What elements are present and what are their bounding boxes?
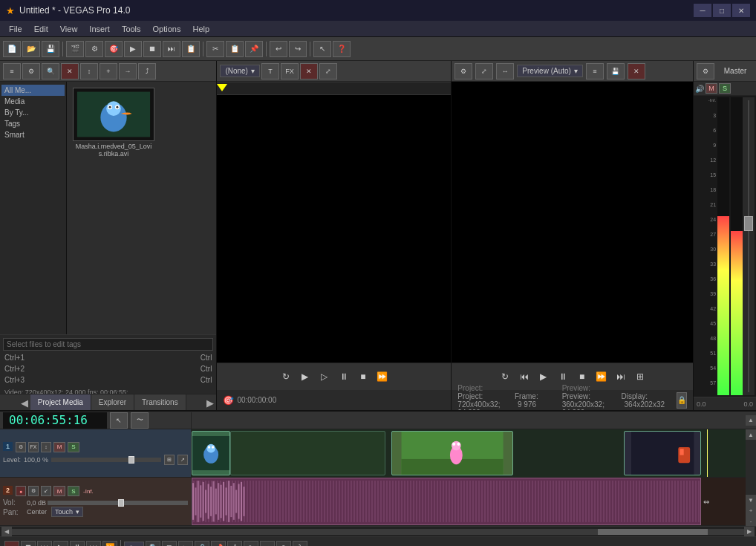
left-tabs-prev[interactable]: ◀ [19,394,30,411]
output-sync-btn[interactable]: ↔ [496,63,514,79]
vt-comp-btn[interactable]: ⊞ [164,455,175,465]
tree-item-tags[interactable]: Tags [1,118,65,129]
timeline-scroll-up-2[interactable]: ▲ [746,429,756,440]
left-tabs-next[interactable]: ▶ [204,394,216,411]
tags-input[interactable] [3,338,213,351]
timeline-scroll-plus[interactable]: + [746,505,756,516]
tab-explorer[interactable]: Explorer [91,394,134,410]
tf-btn-7[interactable]: 〜 [244,541,258,547]
tb-btn-3[interactable]: 🎯 [105,41,123,57]
tf-btn-6[interactable]: ⤴ [227,541,242,547]
lp-btn-5[interactable]: + [100,63,117,79]
menu-file[interactable]: File [3,23,28,35]
none-dropdown[interactable]: (None) ▾ [220,65,260,77]
tree-item-all-media[interactable]: All Me... [1,85,65,96]
vt-motion-btn[interactable]: ↕ [41,442,51,452]
out-stop-btn[interactable]: ■ [575,369,590,384]
video-clip-gap[interactable] [230,431,385,475]
lp-btn-1[interactable]: ≡ [3,63,21,79]
cut-button[interactable]: ✂ [206,41,224,57]
out-end-btn[interactable]: ⏭ [613,369,628,384]
close-button[interactable]: ✕ [732,4,750,17]
open-button[interactable]: 📂 [22,41,40,57]
tf-btn-10[interactable]: ⤵ [293,541,307,547]
tf-next-btn[interactable]: ⏭ [86,541,101,547]
tf-prev-btn[interactable]: ⏮ [37,541,52,547]
minimize-button[interactable]: ─ [694,4,711,17]
tb-btn-7[interactable]: 📋 [182,41,200,57]
lp-btn-6[interactable]: → [119,63,137,79]
audio-touch-dropdown[interactable]: Touch ▾ [51,507,83,517]
source-ff-btn[interactable]: ⏩ [375,369,390,384]
master-fader[interactable] [743,97,755,395]
vt-fx2-btn[interactable]: ↗ [177,455,188,465]
menu-view[interactable]: View [54,23,84,35]
vt-mute-btn[interactable]: M [53,442,65,452]
tree-item-by-type[interactable]: By Ty... [1,107,65,118]
cursor-button[interactable]: ↖ [313,41,331,57]
at-organize-btn[interactable]: ⚙ [28,486,39,496]
tf-btn-5[interactable]: 📌 [211,541,226,547]
out-play-btn[interactable]: ▶ [536,369,551,384]
tb-btn-6[interactable]: ⏭ [163,41,180,57]
source-stop-btn[interactable]: ■ [356,369,371,384]
lp-btn-2[interactable]: ⚙ [22,63,40,79]
timeline-scroll-down[interactable]: ▼ [746,495,756,505]
save-button[interactable]: 💾 [42,41,59,57]
tab-transitions[interactable]: Transitions [134,394,186,410]
source-text-btn[interactable]: T [261,63,279,79]
menu-insert[interactable]: Insert [83,23,116,35]
menu-help[interactable]: Help [186,23,215,35]
at-solo-btn[interactable]: S [68,486,79,496]
tf-snap-dropdown[interactable]: ↖▾ [124,542,144,547]
tl-scroll-thumb[interactable] [598,529,708,535]
tl-scroll-left[interactable]: ◀ [1,527,12,537]
source-pause-btn[interactable]: ⏸ [336,369,351,384]
audio-vol-thumb[interactable] [118,499,124,507]
tf-play-btn[interactable]: ▶ [53,541,68,547]
vt-fx-btn[interactable]: FX [28,442,39,452]
maximize-button[interactable]: □ [713,4,731,17]
lock-btn[interactable]: 🔒 [677,392,687,409]
preview-dropdown[interactable]: Preview (Auto) ▾ [517,65,583,77]
help-pointer-button[interactable]: ❓ [333,41,351,57]
lp-btn-4[interactable]: ↕ [80,63,98,79]
source-play-btn[interactable]: ▶ [298,369,313,384]
timeline-scroll-up[interactable]: ▲ [746,415,756,426]
source-loop-btn[interactable]: ↻ [278,369,293,384]
at-record-btn[interactable]: ● [16,486,26,496]
tl-envelope-btn[interactable]: 〜 [131,412,149,429]
output-tb-4[interactable]: 💾 [607,63,625,79]
video-level-fader[interactable] [51,458,161,462]
redo-button[interactable]: ↪ [289,41,307,57]
master-solo-btn[interactable]: S [719,83,731,94]
tf-pause-btn[interactable]: ⏸ [70,541,85,547]
menu-options[interactable]: Options [147,23,187,35]
source-close-btn[interactable]: ✕ [300,63,318,79]
menu-edit[interactable]: Edit [28,23,54,35]
video-clip-1[interactable] [192,431,230,475]
audio-clip-1[interactable] [192,478,701,525]
output-close-btn[interactable]: ✕ [628,63,645,79]
vt-solo-btn[interactable]: S [68,442,79,452]
lp-btn-7[interactable]: ⤴ [138,63,156,79]
media-thumbnail[interactable]: Masha.i.medved_05_Lovis.ribka.avi [73,88,154,159]
source-fx-btn[interactable]: FX [281,63,299,79]
lp-btn-3[interactable]: 🔍 [42,63,59,79]
tf-btn-3[interactable]: ✂ [178,541,193,547]
timeline-scroll-minus[interactable]: - [746,516,756,526]
undo-button[interactable]: ↩ [270,41,287,57]
out-stop2-btn[interactable]: ⏮ [517,369,532,384]
out-ff-btn[interactable]: ⏩ [594,369,609,384]
master-settings-btn[interactable]: ⚙ [697,63,714,79]
fader-thumb[interactable] [744,216,753,231]
out-frame-btn[interactable]: ⊞ [633,369,648,384]
tf-record-btn[interactable]: ● [4,541,19,547]
video-clip-3[interactable] [624,431,701,475]
video-clip-2[interactable] [391,431,513,475]
tf-btn-9[interactable]: ⊕ [276,541,291,547]
output-tb-2[interactable]: ⤢ [475,63,493,79]
render-button[interactable]: 🎬 [66,41,84,57]
tl-scroll-track[interactable] [12,529,744,535]
new-button[interactable]: 📄 [3,41,21,57]
